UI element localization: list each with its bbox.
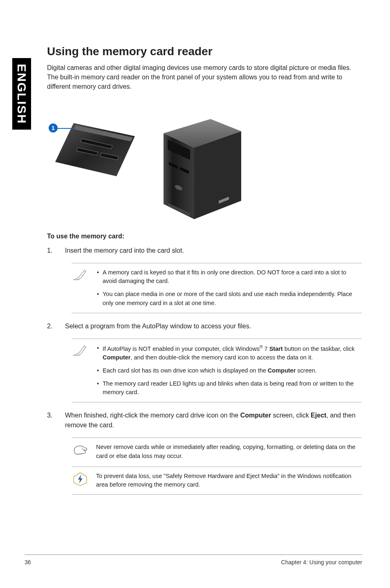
svg-line-14 bbox=[84, 270, 86, 272]
callout-line bbox=[58, 128, 76, 129]
warning-text: To prevent data loss, use "Safely Remove… bbox=[96, 472, 362, 490]
note-block-2: If AutoPlay is NOT enabled in your compu… bbox=[72, 339, 362, 403]
page-number: 36 bbox=[25, 559, 31, 566]
step-number: 3. bbox=[47, 411, 53, 430]
note-item: If AutoPlay is NOT enabled in your compu… bbox=[96, 344, 362, 362]
step-3: 3. When finished, right-click the memory… bbox=[47, 411, 362, 430]
step-number: 1. bbox=[47, 246, 53, 256]
caution-text: Never remove cards while or immediately … bbox=[96, 443, 362, 461]
svg-marker-18 bbox=[78, 475, 83, 484]
warning-block: To prevent data loss, use "Safely Remove… bbox=[72, 467, 362, 495]
step-number: 2. bbox=[47, 321, 53, 331]
language-tab: ENGLISH bbox=[12, 58, 31, 130]
step-text: Insert the memory card into the card slo… bbox=[65, 246, 362, 256]
lightning-icon bbox=[72, 472, 89, 487]
note-item: You can place media in one or more of th… bbox=[96, 290, 362, 308]
note-item: The memory card reader LED lights up and… bbox=[96, 379, 362, 397]
step-text: When finished, right-click the memory ca… bbox=[65, 411, 362, 430]
note-block-1: A memory card is keyed so that it fits i… bbox=[72, 263, 362, 313]
main-content: Using the memory card reader Digital cam… bbox=[47, 45, 362, 503]
callout-marker: 1 bbox=[49, 123, 58, 132]
front-panel-graphic bbox=[53, 123, 135, 176]
caution-block: Never remove cards while or immediately … bbox=[72, 438, 362, 463]
product-illustration: 1 bbox=[47, 101, 251, 221]
page-footer: 36 Chapter 4: Using your computer bbox=[25, 554, 362, 566]
svg-line-15 bbox=[84, 346, 86, 347]
step-1: 1. Insert the memory card into the card … bbox=[47, 246, 362, 256]
pc-tower-graphic bbox=[149, 119, 245, 219]
intro-text: Digital cameras and other digital imagin… bbox=[47, 63, 362, 92]
pencil-icon bbox=[72, 344, 89, 357]
step-text: Select a program from the AutoPlay windo… bbox=[65, 321, 362, 331]
pencil-icon bbox=[72, 268, 89, 281]
procedure-heading: To use the memory card: bbox=[47, 233, 362, 240]
page-title: Using the memory card reader bbox=[47, 45, 362, 58]
hand-icon bbox=[72, 443, 89, 457]
step-2: 2. Select a program from the AutoPlay wi… bbox=[47, 321, 362, 331]
chapter-label: Chapter 4: Using your computer bbox=[281, 559, 362, 566]
note-item: Each card slot has its own drive icon wh… bbox=[96, 366, 362, 375]
note-item: A memory card is keyed so that it fits i… bbox=[96, 268, 362, 286]
